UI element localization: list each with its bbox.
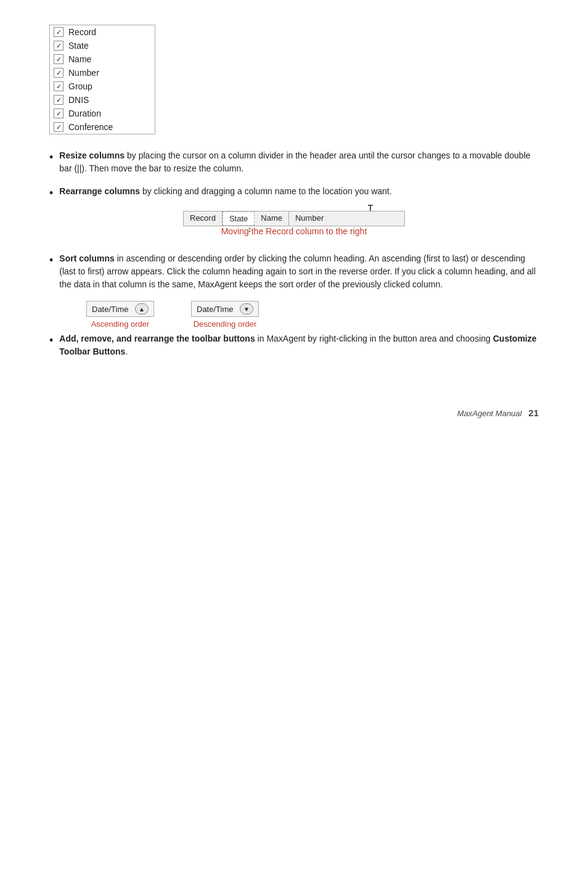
checkbox-box[interactable]: ✓ <box>54 27 63 37</box>
cursor-icon: ↕ <box>248 224 252 234</box>
bullet-text-sort: Sort columns in ascending or descending … <box>59 252 539 291</box>
bullet-dot: • <box>49 253 53 268</box>
descending-label: Date/Time <box>197 305 235 314</box>
ascending-sort-demo: Date/Time ▲ Ascending order <box>86 301 154 329</box>
footer-manual-name: MaxAgent Manual <box>457 409 522 418</box>
checkmark-icon: ✓ <box>56 83 62 90</box>
ascending-arrow-icon: ▲ <box>139 306 145 313</box>
col-name: Name <box>255 211 289 226</box>
checkbox-label: State <box>68 41 89 51</box>
checkbox-box[interactable]: ✓ <box>54 122 63 132</box>
checkbox-box[interactable]: ✓ <box>54 54 63 64</box>
bullet-dot: • <box>49 186 53 201</box>
checkbox-item[interactable]: ✓ Number <box>50 66 155 80</box>
checkbox-item[interactable]: ✓ Name <box>50 52 155 66</box>
ascending-header: Date/Time ▲ <box>86 301 154 317</box>
ascending-label: Date/Time <box>92 305 130 314</box>
checkmark-icon: ✓ <box>56 110 62 117</box>
descending-caption: Descending order <box>194 319 257 329</box>
drag-indicator <box>368 205 373 211</box>
bullet-text-resize: Resize columns by placing the cursor on … <box>59 149 539 175</box>
descending-sort-demo: Date/Time ▼ Descending order <box>191 301 259 329</box>
descending-header: Date/Time ▼ <box>191 301 259 317</box>
checkbox-item[interactable]: ✓ Group <box>50 80 155 93</box>
checkbox-item[interactable]: ✓ Conference <box>50 120 155 134</box>
sort-demo-row: Date/Time ▲ Ascending order Date/Time ▼ … <box>86 301 539 329</box>
checkmark-icon: ✓ <box>56 43 62 49</box>
checkbox-item[interactable]: ✓ Duration <box>50 107 155 120</box>
checkmark-icon: ✓ <box>56 70 62 76</box>
checkbox-label: Conference <box>68 122 113 132</box>
checkmark-icon: ✓ <box>56 56 62 63</box>
checkbox-item[interactable]: ✓ DNIS <box>50 93 155 107</box>
checkbox-item[interactable]: ✓ State <box>50 39 155 52</box>
checkbox-label: DNIS <box>68 95 89 105</box>
col-record: Record <box>184 211 223 226</box>
bullet-item-sort: •Sort columns in ascending or descending… <box>49 252 539 291</box>
bullet-dot: • <box>49 150 53 165</box>
checkbox-box[interactable]: ✓ <box>54 95 63 105</box>
ascending-arrow-button[interactable]: ▲ <box>135 303 149 314</box>
page-number: 21 <box>528 408 539 418</box>
checkbox-label: Record <box>68 27 96 37</box>
rearrange-caption: Moving the Record column to the right <box>221 226 367 236</box>
checkbox-label: Number <box>68 68 99 78</box>
descending-arrow-icon: ▼ <box>243 306 250 313</box>
ascending-caption: Ascending order <box>91 319 150 329</box>
checkbox-box[interactable]: ✓ <box>54 109 63 118</box>
checkbox-box[interactable]: ✓ <box>54 41 63 51</box>
bullet-text-rearrange: Rearrange columns by clicking and draggi… <box>59 185 539 198</box>
col-state-moving: State ↕ <box>223 211 255 226</box>
bullet-item-resize: •Resize columns by placing the cursor on… <box>49 149 539 175</box>
column-rearrange-demo: Record State ↕ Name Number Moving the Re… <box>49 211 539 248</box>
checkmark-icon: ✓ <box>56 97 62 104</box>
checkmark-icon: ✓ <box>56 29 62 36</box>
checkbox-box[interactable]: ✓ <box>54 68 63 78</box>
checkbox-item[interactable]: ✓ Record <box>50 25 155 39</box>
col-number: Number <box>289 211 330 226</box>
bullet-item-rearrange: •Rearrange columns by clicking and dragg… <box>49 185 539 201</box>
bullet-dot: • <box>49 333 53 348</box>
column-header-demo: Record State ↕ Name Number <box>183 211 405 226</box>
checkbox-column-list: ✓ Record ✓ State ✓ Name ✓ Number ✓ Group… <box>49 25 155 134</box>
checkbox-box[interactable]: ✓ <box>54 81 63 91</box>
bullet-item-toolbar: •Add, remove, and rearrange the toolbar … <box>49 332 539 358</box>
checkbox-label: Group <box>68 81 92 91</box>
bullet-list: •Resize columns by placing the cursor on… <box>49 149 539 358</box>
page-footer: MaxAgent Manual 21 <box>49 408 539 418</box>
checkmark-icon: ✓ <box>56 124 62 131</box>
descending-arrow-button[interactable]: ▼ <box>240 303 253 314</box>
checkbox-label: Duration <box>68 109 101 118</box>
checkbox-label: Name <box>68 54 91 64</box>
bullet-text-toolbar: Add, remove, and rearrange the toolbar b… <box>59 332 539 358</box>
